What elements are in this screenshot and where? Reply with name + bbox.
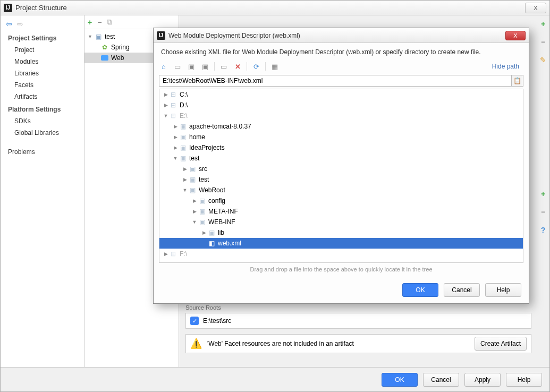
tree-node-label: home — [189, 133, 205, 141]
tree-node-label: lib — [218, 229, 224, 236]
file-chooser-dialog: IJ Web Module Deployment Descriptor (web… — [153, 28, 529, 304]
file-tree-row[interactable]: ▶▣IdeaProjects — [159, 142, 523, 153]
tree-node-label: apache-tomcat-8.0.37 — [189, 123, 251, 130]
modal-description: Choose existing XML file for Web Module … — [154, 43, 529, 59]
path-history-icon[interactable]: 📋 — [512, 75, 523, 87]
file-tree[interactable]: ▶⊟C:\▶⊟D:\▼⊟E:\▶▣apache-tomcat-8.0.37▶▣h… — [159, 89, 523, 263]
drive-icon: ⊟ — [169, 101, 177, 109]
file-tree-row[interactable]: ▶▣META-INF — [159, 206, 523, 217]
project-icon[interactable]: ▭ — [173, 63, 182, 71]
tree-node-label: config — [208, 197, 225, 204]
folder-icon: ▣ — [207, 229, 216, 236]
copy-icon[interactable]: ▭ — [219, 63, 229, 71]
file-tree-row[interactable]: ◧web.xml — [159, 238, 523, 249]
tree-node-label: WEB-INF — [208, 218, 235, 226]
home-icon[interactable]: ⌂ — [159, 63, 168, 71]
file-tree-row[interactable]: ▶⊟F:\ — [159, 249, 523, 259]
expand-icon[interactable]: ▼ — [191, 219, 198, 225]
folder-icon: ▣ — [188, 186, 197, 194]
file-tree-row[interactable]: ▶▣test — [159, 174, 523, 185]
expand-icon[interactable]: ▶ — [191, 209, 198, 214]
modal-backdrop: IJ Web Module Deployment Descriptor (web… — [0, 0, 550, 392]
expand-icon[interactable]: ▶ — [182, 166, 188, 172]
modal-close-button[interactable]: X — [505, 31, 526, 40]
file-tree-row[interactable]: ▶▣config — [159, 195, 523, 206]
tree-node-label: F:\ — [180, 250, 187, 258]
path-input[interactable] — [159, 75, 512, 87]
folder-icon: ▣ — [179, 155, 187, 162]
expand-icon[interactable]: ▶ — [172, 145, 179, 150]
tree-node-label: META-INF — [208, 208, 238, 215]
new-folder-icon[interactable]: ▣ — [187, 63, 196, 71]
folder-icon[interactable]: ▣ — [200, 63, 210, 71]
file-tree-row[interactable]: ▶⊟C:\ — [159, 89, 523, 100]
expand-icon[interactable]: ▼ — [163, 113, 169, 118]
drive-icon: ⊟ — [169, 91, 177, 98]
modal-ok-button[interactable]: OK — [402, 283, 438, 297]
app-icon: IJ — [157, 31, 165, 40]
file-tree-row[interactable]: ▶⊟D:\ — [159, 100, 523, 110]
file-tree-row[interactable]: ▶▣lib — [159, 227, 523, 238]
tree-node-label: test — [189, 155, 199, 162]
expand-icon[interactable]: ▶ — [172, 134, 179, 140]
tree-node-label: src — [199, 165, 207, 173]
expand-icon[interactable]: ▶ — [201, 230, 207, 235]
refresh-icon[interactable]: ⟳ — [251, 63, 261, 71]
modal-button-row: OK Cancel Help — [402, 283, 521, 297]
tree-node-label: IdeaProjects — [189, 144, 225, 151]
file-tree-row[interactable]: ▶▣src — [159, 164, 523, 174]
modal-cancel-button[interactable]: Cancel — [444, 283, 480, 297]
drive-icon: ⊟ — [169, 112, 177, 120]
modal-title-bar: IJ Web Module Deployment Descriptor (web… — [154, 28, 529, 43]
folder-icon: ▣ — [198, 218, 206, 226]
modal-title: Web Module Deployment Descriptor (web.xm… — [168, 32, 300, 39]
folder-icon: ▣ — [188, 176, 197, 183]
expand-icon[interactable]: ▶ — [163, 92, 169, 97]
drive-icon: ⊟ — [169, 250, 177, 258]
file-tree-row[interactable]: ▼▣WebRoot — [159, 185, 523, 195]
file-icon: ◧ — [207, 240, 216, 247]
file-tree-row[interactable]: ▶▣apache-tomcat-8.0.37 — [159, 121, 523, 132]
folder-icon: ▣ — [188, 165, 197, 173]
file-tree-row[interactable]: ▶▣home — [159, 132, 523, 142]
expand-icon[interactable]: ▶ — [182, 177, 188, 182]
file-tree-row[interactable]: ▼⊟E:\ — [159, 110, 523, 121]
folder-icon: ▣ — [179, 144, 187, 151]
delete-icon[interactable]: ✕ — [233, 63, 242, 71]
modal-toolbar: ⌂ ▭ ▣ ▣ ▭ ✕ ⟳ ▦ Hide path — [154, 59, 529, 74]
expand-icon[interactable]: ▼ — [172, 156, 179, 161]
expand-icon[interactable]: ▶ — [163, 251, 169, 257]
modal-hint: Drag and drop a file into the space abov… — [154, 263, 529, 274]
tree-node-label: D:\ — [180, 101, 188, 109]
tree-node-label: E:\ — [180, 112, 188, 120]
folder-icon: ▣ — [198, 197, 206, 204]
folder-icon: ▣ — [179, 133, 187, 141]
folder-icon: ▣ — [198, 208, 206, 215]
file-tree-row[interactable]: ▼▣test — [159, 153, 523, 164]
expand-icon[interactable]: ▶ — [172, 124, 179, 129]
expand-icon[interactable]: ▶ — [191, 198, 198, 203]
modal-help-button[interactable]: Help — [485, 283, 521, 297]
tree-node-label: test — [199, 176, 209, 183]
show-hidden-icon[interactable]: ▦ — [270, 63, 280, 71]
hide-path-link[interactable]: Hide path — [492, 63, 523, 70]
folder-icon: ▣ — [179, 123, 187, 130]
path-field-row: 📋 — [159, 75, 523, 87]
expand-icon[interactable]: ▶ — [163, 103, 169, 108]
tree-node-label: C:\ — [180, 91, 188, 98]
tree-node-label: web.xml — [218, 240, 241, 247]
tree-node-label: WebRoot — [199, 186, 225, 194]
expand-icon[interactable]: ▼ — [182, 188, 188, 193]
file-tree-row[interactable]: ▼▣WEB-INF — [159, 217, 523, 227]
